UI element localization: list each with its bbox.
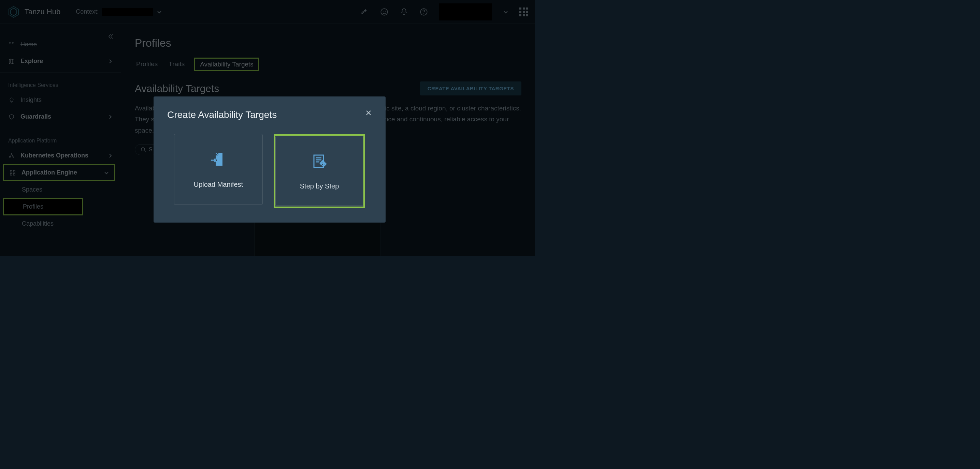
- option-label: Step by Step: [300, 182, 339, 190]
- create-availability-targets-dialog: Create Availability Targets Upload Manif…: [154, 97, 386, 223]
- upload-manifest-option[interactable]: Upload Manifest: [174, 134, 263, 205]
- form-pencil-icon: [310, 152, 329, 173]
- step-by-step-option[interactable]: Step by Step: [274, 134, 365, 208]
- dialog-options: Upload Manifest Step by Step: [167, 134, 372, 208]
- close-icon[interactable]: [365, 109, 372, 118]
- option-label: Upload Manifest: [194, 181, 243, 189]
- dialog-header: Create Availability Targets: [167, 109, 372, 120]
- upload-file-icon: [209, 151, 228, 171]
- dialog-title: Create Availability Targets: [167, 109, 277, 120]
